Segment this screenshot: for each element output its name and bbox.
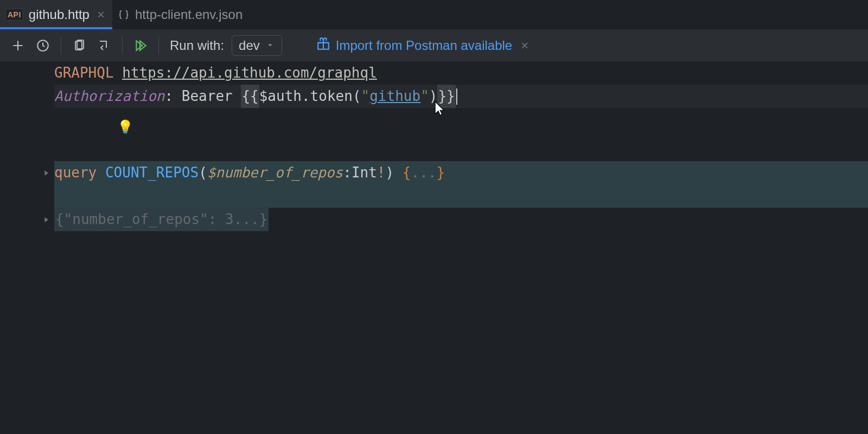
gift-icon: [316, 37, 330, 54]
tab-bar: API github.http × http-client.env.json: [0, 0, 868, 30]
toolbar: Run with: dev Import from Postman availa…: [0, 30, 868, 61]
gutter: [0, 61, 54, 434]
api-icon: API: [5, 9, 23, 21]
tab-label: github.http: [29, 7, 90, 22]
text-caret: [456, 88, 457, 105]
tab-label: http-client.env.json: [135, 7, 242, 22]
add-request-button[interactable]: [8, 35, 28, 56]
environment-dropdown[interactable]: dev: [232, 35, 282, 56]
header-name: Authorization: [54, 85, 165, 108]
code-area[interactable]: GRAPHQL https://api.github.com/graphql A…: [54, 61, 868, 434]
separator: [158, 37, 159, 54]
code-line-folded[interactable]: {"number_of_repos": 3...}: [54, 208, 868, 231]
code-line[interactable]: [54, 184, 868, 208]
intention-bulb-icon[interactable]: 💡: [117, 116, 133, 139]
tab-http-client-env[interactable]: http-client.env.json: [112, 0, 250, 29]
editor[interactable]: GRAPHQL https://api.github.com/graphql A…: [0, 61, 868, 434]
close-icon[interactable]: ×: [97, 7, 105, 22]
run-with-label: Run with:: [170, 38, 224, 53]
code-line[interactable]: [54, 108, 868, 131]
examples-button[interactable]: [69, 35, 90, 56]
close-icon[interactable]: ×: [521, 38, 528, 53]
run-all-button[interactable]: [130, 35, 151, 56]
banner-text: Import from Postman available: [336, 38, 512, 53]
separator: [61, 37, 61, 54]
code-line[interactable]: [54, 131, 868, 155]
fold-toggle[interactable]: [40, 161, 52, 184]
separator: [122, 37, 123, 54]
history-button[interactable]: [33, 35, 53, 56]
import-postman-banner[interactable]: Import from Postman available ×: [316, 37, 528, 54]
code-line-folded[interactable]: query COUNT_REPOS($number_of_repos:Int!)…: [54, 161, 868, 184]
fold-toggle[interactable]: [40, 208, 52, 231]
code-line-current[interactable]: Authorization: Bearer {{$auth.token("git…: [54, 85, 868, 108]
auth-token-link[interactable]: github: [369, 85, 420, 108]
json-icon: [118, 9, 130, 21]
code-line[interactable]: GRAPHQL https://api.github.com/graphql: [54, 61, 868, 85]
tab-github-http[interactable]: API github.http ×: [0, 0, 112, 29]
request-url[interactable]: https://api.github.com/graphql: [122, 61, 377, 85]
env-selected: dev: [239, 38, 260, 53]
convert-button[interactable]: [94, 35, 114, 56]
method-keyword: GRAPHQL: [54, 61, 114, 85]
chevron-down-icon: [265, 38, 275, 53]
